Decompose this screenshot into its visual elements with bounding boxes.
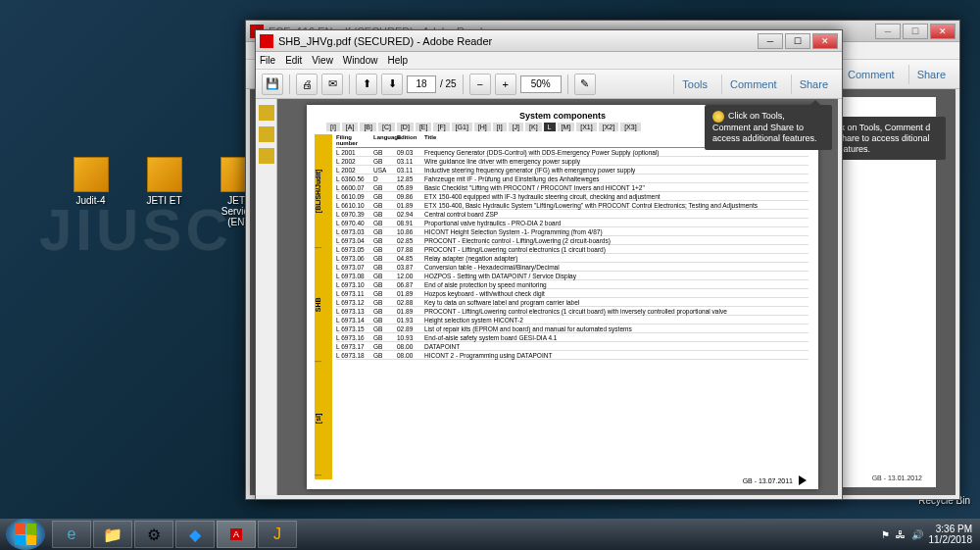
task-ie[interactable]: e	[52, 521, 91, 548]
index-tab: [C]	[378, 123, 395, 131]
thumbnails-icon[interactable]	[259, 126, 274, 142]
table-row: L 6973.14GB01.93Height selection system …	[336, 316, 808, 325]
table-row: L 6360.56D12.85Fahrzeuge mit IF - Prüfun…	[336, 175, 808, 183]
clock[interactable]: 3:36 PM 11/2/2018	[929, 524, 973, 545]
page-down-icon[interactable]: ⬇	[381, 74, 403, 95]
menu-view[interactable]: View	[312, 55, 333, 66]
index-tab: [X3]	[620, 123, 640, 131]
mail-icon[interactable]: ✉	[321, 74, 343, 95]
section-bar: [BL/SH/Judit] SHB [si]	[315, 134, 332, 479]
lightbulb-icon	[712, 111, 724, 123]
task-explorer[interactable]: 📁	[93, 521, 132, 548]
table-row: L 2002USA03.11Inductive steering frequen…	[336, 166, 808, 175]
menu-window[interactable]: Window	[343, 55, 378, 66]
table-row: L 6973.06GB04.85Relay adapter (negation …	[336, 254, 808, 263]
task-adobe[interactable]: A	[217, 521, 256, 548]
pdf-page: System components NRICH [I][A][B][C][D][…	[307, 105, 818, 489]
index-tab: [G1]	[452, 123, 472, 131]
desktop-icons: Judit-4 JETI ET JETI Service (EN)	[64, 157, 265, 227]
table-row: L 6973.16GB10.93End-of-aisle safety syst…	[336, 333, 808, 342]
lock-icon[interactable]	[259, 105, 274, 121]
tools-link[interactable]: Tools	[673, 75, 715, 94]
tray-network-icon[interactable]: 🖧	[896, 529, 906, 540]
index-tab: [X1]	[576, 123, 596, 131]
index-tab: [B]	[360, 123, 376, 131]
components-table: Filing number Language Edition Title L 2…	[336, 133, 808, 360]
table-row: L 2002GB03.11Wire guidance line driver w…	[336, 157, 808, 166]
index-tab: [M]	[558, 123, 575, 131]
share-link[interactable]: Share	[791, 75, 836, 94]
table-row: L 6970.40GB08.91Proportional valve hydra…	[336, 219, 808, 227]
table-row: L 6973.17GB08.00DATAPOINT	[336, 342, 808, 351]
index-tab: [F]	[433, 123, 449, 131]
index-tab: [H]	[474, 123, 491, 131]
index-tab: [X2]	[599, 123, 618, 131]
table-row: L 6600.07GB05.89Basic Checklist "Lifting…	[336, 183, 808, 192]
table-row: L 6973.05GB07.88PROCONT - Lifting/Loweri…	[336, 245, 808, 254]
index-tab: [I]	[493, 123, 507, 131]
table-row: L 6973.11GB01.89Hozpos keyboard - with/w…	[336, 289, 808, 298]
maximize-button[interactable]: ☐	[903, 24, 928, 39]
hint-tooltip-back: ck on Tools, Comment d Share to access d…	[828, 117, 946, 160]
document-area[interactable]: System components NRICH [I][A][B][C][D][…	[277, 99, 838, 495]
window-title-front: SHB_JHVg.pdf (SECURED) - Adobe Reader	[278, 35, 492, 47]
adobe-reader-window-front[interactable]: SHB_JHVg.pdf (SECURED) - Adobe Reader ─ …	[255, 29, 843, 500]
desktop-icon-judit4[interactable]: Judit-4	[64, 157, 118, 227]
page-number-input[interactable]	[407, 75, 436, 93]
share-link-back[interactable]: Share	[908, 65, 954, 84]
table-row: L 6973.15GB02.89List of repair kits (EPR…	[336, 325, 808, 333]
table-row: L 6973.07GB03.87Conversion table - Hexad…	[336, 263, 808, 272]
table-row: L 6973.04GB02.85PROCONT - Electronic con…	[336, 236, 808, 245]
page-total: / 25	[440, 78, 457, 89]
comment-link[interactable]: Comment	[721, 75, 785, 94]
index-tab: [A]	[342, 123, 359, 131]
index-tab: [K]	[525, 123, 542, 131]
save-icon[interactable]: 💾	[262, 74, 283, 95]
page-footer: GB - 13.07.2011	[743, 475, 807, 485]
index-tab: L	[544, 123, 556, 131]
sign-icon[interactable]: ✎	[574, 74, 596, 95]
minimize-button[interactable]: ─	[758, 33, 783, 49]
table-row: L 6610.09GB09.86ETX 150-400 equipped wit…	[336, 192, 808, 201]
pdf-icon	[260, 34, 273, 48]
system-tray[interactable]: ⚑ 🖧 🔊 3:36 PM 11/2/2018	[881, 524, 981, 545]
close-button[interactable]: ✕	[930, 24, 956, 39]
index-tab: [D]	[397, 123, 414, 131]
menu-help[interactable]: Help	[387, 55, 408, 66]
table-row: L 6973.12GB02.88Key to data on software …	[336, 298, 808, 307]
zoom-input[interactable]	[520, 75, 562, 93]
close-button[interactable]: ✕	[812, 33, 838, 49]
toolbar-front: 💾 🖨 ✉ ⬆ ⬇ / 25 − + ✎ Tools Comment Share	[256, 70, 842, 99]
index-tab: [E]	[416, 123, 432, 131]
table-row: L 6973.10GB06.87End of aisle protection …	[336, 280, 808, 289]
print-icon[interactable]: 🖨	[296, 74, 318, 95]
nav-sidebar	[256, 99, 277, 495]
task-teamviewer[interactable]: ◆	[175, 521, 215, 548]
zoom-in-icon[interactable]: +	[495, 74, 516, 95]
minimize-button[interactable]: ─	[875, 24, 901, 39]
index-tab: [I]	[326, 123, 340, 131]
table-row: L 6970.39GB02.94Central control board ZS…	[336, 210, 808, 219]
maximize-button[interactable]: ☐	[785, 33, 810, 49]
menu-edit[interactable]: Edit	[285, 55, 302, 66]
back-footer-date: GB - 13.01.2012	[872, 475, 922, 481]
next-arrow-icon	[799, 475, 807, 485]
comment-link-back[interactable]: Comment	[839, 65, 903, 84]
table-row: L 6973.03GB10.86HICONT Height Selection …	[336, 227, 808, 236]
tray-volume-icon[interactable]: 🔊	[911, 529, 923, 540]
start-button[interactable]	[6, 519, 45, 550]
bookmarks-icon[interactable]	[259, 148, 274, 164]
page-up-icon[interactable]: ⬆	[356, 74, 377, 95]
table-row: L 6973.08GB12.00HOZPOS - Setting with DA…	[336, 272, 808, 280]
menubar-front: File Edit View Window Help	[256, 52, 842, 70]
task-jeti[interactable]: J	[258, 521, 297, 548]
task-app1[interactable]: ⚙	[134, 521, 173, 548]
taskbar: e 📁 ⚙ ◆ A J ⚑ 🖧 🔊 3:36 PM 11/2/2018	[0, 519, 980, 550]
tray-flag-icon[interactable]: ⚑	[881, 529, 890, 540]
titlebar-front[interactable]: SHB_JHVg.pdf (SECURED) - Adobe Reader ─ …	[256, 30, 842, 52]
menu-file[interactable]: File	[260, 55, 275, 66]
table-row: L 6610.10GB01.89ETX 150-400, Basic Hydra…	[336, 201, 808, 210]
hint-tooltip: Click on Tools, Comment and Share to acc…	[705, 105, 832, 150]
desktop-icon-jeti-et[interactable]: JETI ET	[137, 157, 191, 227]
zoom-out-icon[interactable]: −	[469, 74, 491, 95]
